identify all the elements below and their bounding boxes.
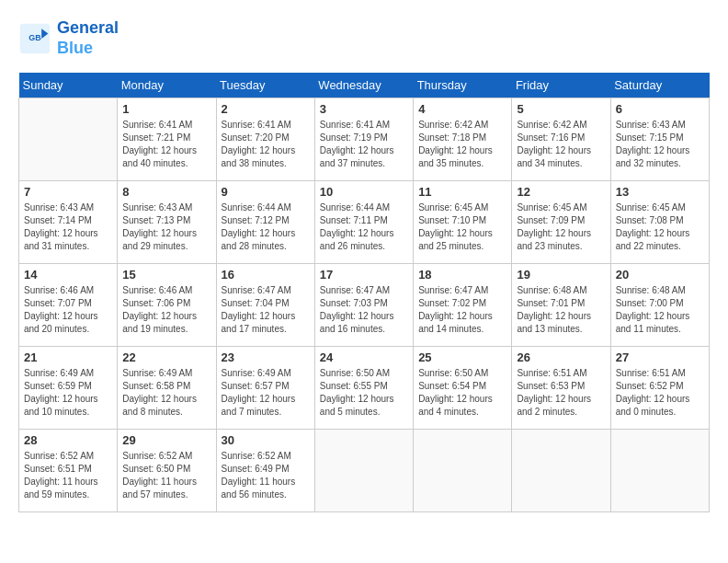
day-number: 13 (616, 185, 704, 199)
weekday-header: Tuesday (216, 73, 314, 98)
day-number: 3 (320, 102, 408, 116)
day-number: 2 (222, 102, 310, 116)
day-number: 6 (616, 102, 704, 116)
calendar-week-row: 28Sunrise: 6:52 AMSunset: 6:51 PMDayligh… (19, 430, 710, 512)
calendar-cell: 13Sunrise: 6:45 AMSunset: 7:08 PMDayligh… (610, 181, 709, 264)
day-number: 23 (222, 350, 310, 364)
day-number: 22 (122, 350, 210, 364)
svg-text:GB: GB (28, 32, 41, 41)
calendar-cell: 19Sunrise: 6:48 AMSunset: 7:01 PMDayligh… (512, 264, 610, 347)
calendar-week-row: 1Sunrise: 6:41 AMSunset: 7:21 PMDaylight… (19, 98, 710, 181)
calendar-cell (414, 430, 512, 512)
day-info: Sunrise: 6:41 AMSunset: 7:20 PMDaylight:… (222, 119, 310, 170)
calendar-cell (512, 430, 610, 512)
calendar-cell: 2Sunrise: 6:41 AMSunset: 7:20 PMDaylight… (216, 98, 314, 181)
calendar-cell: 27Sunrise: 6:51 AMSunset: 6:52 PMDayligh… (610, 347, 709, 430)
day-number: 12 (517, 185, 605, 199)
calendar-cell: 3Sunrise: 6:41 AMSunset: 7:19 PMDaylight… (314, 98, 413, 181)
day-number: 4 (418, 102, 506, 116)
day-info: Sunrise: 6:42 AMSunset: 7:18 PMDaylight:… (418, 119, 506, 170)
day-info: Sunrise: 6:49 AMSunset: 6:58 PMDaylight:… (122, 367, 210, 419)
day-number: 21 (24, 350, 112, 364)
day-info: Sunrise: 6:47 AMSunset: 7:02 PMDaylight:… (418, 284, 506, 336)
calendar-cell: 23Sunrise: 6:49 AMSunset: 6:57 PMDayligh… (216, 347, 314, 430)
day-number: 1 (122, 102, 210, 116)
day-number: 20 (616, 268, 704, 282)
calendar-week-row: 7Sunrise: 6:43 AMSunset: 7:14 PMDaylight… (19, 181, 710, 264)
calendar-cell: 26Sunrise: 6:51 AMSunset: 6:53 PMDayligh… (512, 347, 610, 430)
logo-icon: GB (18, 22, 51, 55)
day-info: Sunrise: 6:42 AMSunset: 7:16 PMDaylight:… (517, 119, 605, 170)
calendar-cell: 14Sunrise: 6:46 AMSunset: 7:07 PMDayligh… (19, 264, 118, 347)
day-number: 17 (320, 268, 408, 282)
day-info: Sunrise: 6:43 AMSunset: 7:15 PMDaylight:… (616, 119, 704, 170)
calendar-cell: 18Sunrise: 6:47 AMSunset: 7:02 PMDayligh… (414, 264, 512, 347)
day-number: 26 (517, 350, 605, 364)
day-number: 25 (418, 350, 506, 364)
calendar-table: SundayMondayTuesdayWednesdayThursdayFrid… (18, 73, 710, 512)
calendar-cell: 10Sunrise: 6:44 AMSunset: 7:11 PMDayligh… (314, 181, 413, 264)
day-info: Sunrise: 6:43 AMSunset: 7:13 PMDaylight:… (122, 201, 210, 253)
weekday-header: Thursday (414, 73, 512, 98)
day-number: 9 (222, 185, 310, 199)
day-info: Sunrise: 6:47 AMSunset: 7:03 PMDaylight:… (320, 284, 408, 336)
calendar-cell (314, 430, 413, 512)
calendar-cell: 22Sunrise: 6:49 AMSunset: 6:58 PMDayligh… (118, 347, 216, 430)
day-info: Sunrise: 6:51 AMSunset: 6:52 PMDaylight:… (616, 367, 704, 419)
calendar-cell: 6Sunrise: 6:43 AMSunset: 7:15 PMDaylight… (610, 98, 709, 181)
day-number: 10 (320, 185, 408, 199)
day-info: Sunrise: 6:52 AMSunset: 6:50 PMDaylight:… (122, 450, 210, 501)
calendar-cell: 29Sunrise: 6:52 AMSunset: 6:50 PMDayligh… (118, 430, 216, 512)
day-info: Sunrise: 6:49 AMSunset: 6:59 PMDaylight:… (24, 367, 112, 419)
day-info: Sunrise: 6:49 AMSunset: 6:57 PMDaylight:… (222, 367, 310, 419)
day-number: 30 (222, 433, 310, 447)
logo-text: GeneralBlue (57, 18, 119, 58)
day-info: Sunrise: 6:44 AMSunset: 7:11 PMDaylight:… (320, 201, 408, 253)
day-info: Sunrise: 6:44 AMSunset: 7:12 PMDaylight:… (222, 201, 310, 253)
calendar-cell: 30Sunrise: 6:52 AMSunset: 6:49 PMDayligh… (216, 430, 314, 512)
day-info: Sunrise: 6:52 AMSunset: 6:49 PMDaylight:… (222, 450, 310, 501)
day-number: 8 (122, 185, 210, 199)
day-number: 14 (24, 268, 112, 282)
day-info: Sunrise: 6:46 AMSunset: 7:07 PMDaylight:… (24, 284, 112, 336)
calendar-cell: 17Sunrise: 6:47 AMSunset: 7:03 PMDayligh… (314, 264, 413, 347)
day-number: 28 (24, 433, 112, 447)
calendar-cell: 20Sunrise: 6:48 AMSunset: 7:00 PMDayligh… (610, 264, 709, 347)
day-info: Sunrise: 6:41 AMSunset: 7:21 PMDaylight:… (122, 119, 210, 170)
day-info: Sunrise: 6:50 AMSunset: 6:55 PMDaylight:… (320, 367, 408, 419)
day-info: Sunrise: 6:43 AMSunset: 7:14 PMDaylight:… (24, 201, 112, 253)
day-number: 24 (320, 350, 408, 364)
calendar-week-row: 21Sunrise: 6:49 AMSunset: 6:59 PMDayligh… (19, 347, 710, 430)
day-info: Sunrise: 6:50 AMSunset: 6:54 PMDaylight:… (418, 367, 506, 419)
day-number: 29 (122, 433, 210, 447)
calendar-cell: 7Sunrise: 6:43 AMSunset: 7:14 PMDaylight… (19, 181, 118, 264)
calendar-cell: 5Sunrise: 6:42 AMSunset: 7:16 PMDaylight… (512, 98, 610, 181)
calendar-cell: 1Sunrise: 6:41 AMSunset: 7:21 PMDaylight… (118, 98, 216, 181)
calendar-cell: 16Sunrise: 6:47 AMSunset: 7:04 PMDayligh… (216, 264, 314, 347)
day-number: 15 (122, 268, 210, 282)
day-info: Sunrise: 6:51 AMSunset: 6:53 PMDaylight:… (517, 367, 605, 419)
day-number: 19 (517, 268, 605, 282)
day-info: Sunrise: 6:41 AMSunset: 7:19 PMDaylight:… (320, 119, 408, 170)
logo: GB GeneralBlue (18, 18, 119, 58)
calendar-header-row: SundayMondayTuesdayWednesdayThursdayFrid… (19, 73, 710, 98)
day-number: 27 (616, 350, 704, 364)
day-number: 7 (24, 185, 112, 199)
day-info: Sunrise: 6:45 AMSunset: 7:09 PMDaylight:… (517, 201, 605, 253)
calendar-cell (610, 430, 709, 512)
calendar-cell: 25Sunrise: 6:50 AMSunset: 6:54 PMDayligh… (414, 347, 512, 430)
calendar-cell (19, 98, 118, 181)
calendar-cell: 8Sunrise: 6:43 AMSunset: 7:13 PMDaylight… (118, 181, 216, 264)
page-header: GB GeneralBlue (18, 18, 710, 58)
day-info: Sunrise: 6:46 AMSunset: 7:06 PMDaylight:… (122, 284, 210, 336)
day-number: 18 (418, 268, 506, 282)
calendar-cell: 9Sunrise: 6:44 AMSunset: 7:12 PMDaylight… (216, 181, 314, 264)
weekday-header: Wednesday (314, 73, 413, 98)
calendar-cell: 21Sunrise: 6:49 AMSunset: 6:59 PMDayligh… (19, 347, 118, 430)
calendar-cell: 28Sunrise: 6:52 AMSunset: 6:51 PMDayligh… (19, 430, 118, 512)
day-info: Sunrise: 6:45 AMSunset: 7:10 PMDaylight:… (418, 201, 506, 253)
calendar-cell: 4Sunrise: 6:42 AMSunset: 7:18 PMDaylight… (414, 98, 512, 181)
day-info: Sunrise: 6:48 AMSunset: 7:00 PMDaylight:… (616, 284, 704, 336)
day-info: Sunrise: 6:45 AMSunset: 7:08 PMDaylight:… (616, 201, 704, 253)
calendar-week-row: 14Sunrise: 6:46 AMSunset: 7:07 PMDayligh… (19, 264, 710, 347)
